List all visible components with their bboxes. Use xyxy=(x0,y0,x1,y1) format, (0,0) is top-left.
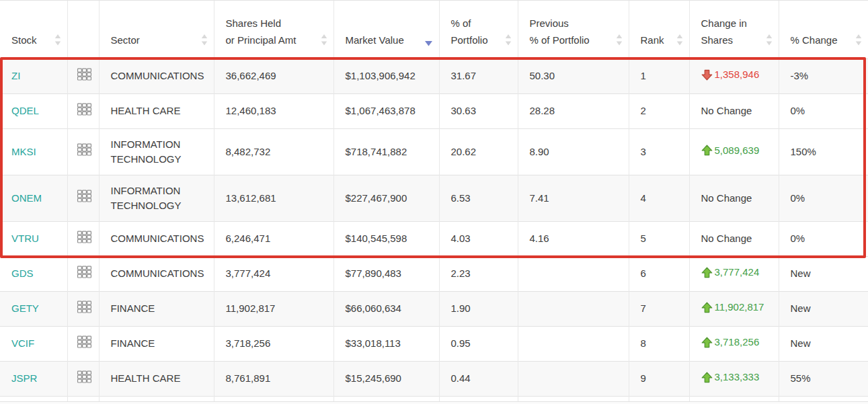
sort-desc-active-icon[interactable] xyxy=(424,40,433,46)
market-value-cell: $1,103,906,942 xyxy=(333,58,439,93)
sort-both-icon[interactable] xyxy=(766,34,773,46)
stock-ticker-link[interactable]: MKSI xyxy=(11,146,36,157)
column-header-label: % Change xyxy=(791,32,838,48)
table-row-onem: ONEM INFORMATION TECHNOLOGY 13,612,681 $… xyxy=(0,175,868,221)
grid-icon[interactable] xyxy=(76,300,93,314)
grid-icon[interactable] xyxy=(76,335,93,349)
column-header-market-value[interactable]: Market Value xyxy=(333,1,439,58)
change-in-shares-text: 11,902,817 xyxy=(715,300,764,315)
shares-held-cell: 36,662,469 xyxy=(214,58,333,93)
market-value-cell: $140,545,598 xyxy=(333,221,439,256)
change-in-shares-cell: No Change xyxy=(689,93,779,128)
stock-ticker-link[interactable]: QDEL xyxy=(11,105,39,116)
prev-pct-portfolio-cell xyxy=(518,291,629,326)
grid-icon[interactable] xyxy=(76,102,93,116)
increase-arrow-icon xyxy=(701,302,713,313)
holdings-table: Stock Sector Shares Held or Principal Am… xyxy=(0,1,868,404)
grid-icon[interactable] xyxy=(76,230,93,244)
stock-ticker-link[interactable]: ZI xyxy=(11,70,20,81)
table-row-jspr: JSPR HEALTH CARE 8,761,891 $15,245,690 0… xyxy=(0,361,868,396)
table-row-mksi: MKSI INFORMATION TECHNOLOGY 8,482,732 $7… xyxy=(0,128,868,175)
stock-ticker-link[interactable]: VTRU xyxy=(11,233,39,244)
market-value-cell: $227,467,900 xyxy=(333,175,439,221)
table-row-vcif: VCIF FINANCE 3,718,256 $33,018,113 0.95 … xyxy=(0,326,868,361)
pct-change-cell: 0% xyxy=(779,93,868,128)
sort-both-icon[interactable] xyxy=(855,34,862,46)
increase-arrow-icon xyxy=(701,145,713,156)
column-header-change[interactable]: % Change xyxy=(779,1,868,58)
prev-pct-portfolio-cell: 8.90 xyxy=(518,128,629,175)
change-in-shares-cell: 11,902,817 xyxy=(689,291,779,326)
pct-portfolio-cell: 2.23 xyxy=(439,256,518,291)
grid-icon[interactable] xyxy=(76,143,93,157)
increase-arrow-icon xyxy=(701,267,713,278)
market-value-cell: $33,018,113 xyxy=(333,326,439,361)
sort-both-icon[interactable] xyxy=(321,34,327,46)
table-row-gety: GETY FINANCE 11,902,817 $66,060,634 1.90… xyxy=(0,291,868,326)
grid-icon[interactable] xyxy=(76,67,93,81)
pct-change-cell: New xyxy=(779,256,868,291)
pct-change-cell: 0% xyxy=(779,175,868,221)
sort-both-icon[interactable] xyxy=(676,34,683,46)
market-value-cell: $66,060,634 xyxy=(333,291,439,326)
shares-held-cell: 6,246,471 xyxy=(214,221,333,256)
change-in-shares-text: No Change xyxy=(701,231,752,246)
grid-icon[interactable] xyxy=(76,189,93,203)
sector-cell: COMMUNICATIONS xyxy=(99,58,214,93)
change-in-shares-cell: 3,133,333 xyxy=(689,361,779,396)
sector-cell: COMMUNICATIONS xyxy=(99,221,214,256)
column-header-blank xyxy=(67,1,99,58)
stock-ticker-link[interactable]: ONEM xyxy=(11,192,42,204)
stock-ticker-link[interactable]: JSPR xyxy=(11,372,37,384)
shares-held-cell: 3,777,424 xyxy=(214,256,333,291)
pct-portfolio-cell: 6.53 xyxy=(439,175,518,221)
sector-cell: FINANCE xyxy=(99,291,214,326)
stock-ticker-link[interactable]: VCIF xyxy=(11,337,34,349)
column-header-sector[interactable]: Sector xyxy=(99,1,214,58)
pct-change-cell: New xyxy=(779,326,868,361)
pct-portfolio-cell: 31.67 xyxy=(439,58,518,93)
rank-cell: 9 xyxy=(629,361,689,396)
change-in-shares-cell: 3,777,424 xyxy=(689,256,779,291)
change-in-shares-text: 3,718,256 xyxy=(715,335,760,350)
change-in-shares-text: 3,777,424 xyxy=(715,265,760,280)
change-in-shares-text: No Change xyxy=(701,191,752,206)
table-header: Stock Sector Shares Held or Principal Am… xyxy=(0,1,868,58)
sort-both-icon[interactable] xyxy=(616,34,623,46)
column-header-change-in-shares[interactable]: Change in Shares xyxy=(689,1,779,58)
table-row-gds: GDS COMMUNICATIONS 3,777,424 $77,890,483… xyxy=(0,256,868,291)
column-header-of-portfolio[interactable]: % of Portfolio xyxy=(439,1,518,58)
pct-portfolio-cell: 4.03 xyxy=(439,221,518,256)
grid-icon[interactable] xyxy=(76,370,93,384)
stock-ticker-link[interactable]: GETY xyxy=(11,302,39,314)
rank-cell: 5 xyxy=(629,221,689,256)
sort-both-icon[interactable] xyxy=(54,34,61,46)
change-in-shares-text: 5,089,639 xyxy=(715,143,760,158)
rank-cell: 7 xyxy=(629,291,689,326)
stock-ticker-link[interactable]: GDS xyxy=(11,268,34,279)
prev-pct-portfolio-cell xyxy=(518,326,629,361)
pct-change-cell: -3% xyxy=(779,58,868,93)
sector-cell: FINANCE xyxy=(99,326,214,361)
sector-cell: COMMUNICATIONS xyxy=(99,256,214,291)
change-in-shares-cell: 5,089,639 xyxy=(689,128,779,175)
column-header-label: % of Portfolio xyxy=(451,15,488,48)
column-header-stock[interactable]: Stock xyxy=(0,1,67,58)
sort-both-icon[interactable] xyxy=(505,34,512,46)
change-in-shares-cell: No Change xyxy=(689,175,779,221)
pct-portfolio-cell: 20.62 xyxy=(439,128,518,175)
sector-cell: HEALTH CARE xyxy=(99,361,214,396)
column-header-previous-of-portfolio[interactable]: Previous % of Portfolio xyxy=(518,1,629,58)
grid-icon[interactable] xyxy=(76,265,93,279)
column-header-rank[interactable]: Rank xyxy=(629,1,689,58)
pct-change-cell: 55% xyxy=(779,361,868,396)
prev-pct-portfolio-cell xyxy=(518,256,629,291)
market-value-cell: $15,245,690 xyxy=(333,361,439,396)
sort-both-icon[interactable] xyxy=(201,34,208,46)
column-header-shares-held-or-principal-amt[interactable]: Shares Held or Principal Amt xyxy=(214,1,333,58)
increase-arrow-icon xyxy=(701,372,713,383)
column-header-label: Previous % of Portfolio xyxy=(530,15,590,48)
change-in-shares-text: 1,358,946 xyxy=(715,67,760,82)
rank-cell: 3 xyxy=(629,128,689,175)
market-value-cell: $1,067,463,878 xyxy=(333,93,439,128)
